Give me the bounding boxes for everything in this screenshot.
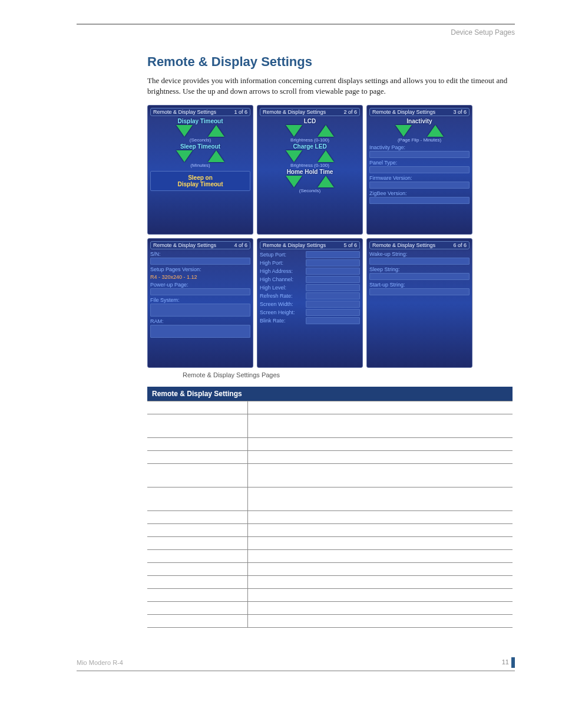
screen6-field-label: Start-up String: bbox=[369, 282, 470, 288]
table-cell-key bbox=[147, 487, 247, 511]
sleep-timeout-label: Sleep Timeout bbox=[150, 143, 250, 150]
file-system-label: File System: bbox=[150, 297, 250, 303]
arrow-down-icon[interactable] bbox=[286, 125, 302, 137]
screen5-field-label: Refresh Rate: bbox=[260, 293, 304, 299]
table-cell-key bbox=[147, 563, 247, 576]
screen5-field-value bbox=[306, 292, 360, 299]
table-cell-key bbox=[147, 589, 247, 602]
screen6-field-value bbox=[369, 288, 470, 295]
screen6-field-value bbox=[369, 258, 470, 265]
arrow-down-icon[interactable] bbox=[286, 176, 302, 187]
powerup-page-value bbox=[150, 288, 250, 295]
screen-page: 6 of 6 bbox=[453, 242, 467, 248]
sleep-on-display-timeout-button[interactable]: Sleep on Display Timeout bbox=[150, 171, 250, 191]
screen6-field-value bbox=[369, 273, 470, 280]
settings-table-header: Remote & Display Settings bbox=[147, 387, 513, 401]
screen5-field-value bbox=[306, 259, 360, 266]
firmware-version-value bbox=[369, 182, 470, 189]
screen6-field-label: Sleep String: bbox=[369, 266, 470, 272]
arrow-down-icon[interactable] bbox=[286, 150, 302, 162]
table-cell-value bbox=[247, 615, 513, 628]
arrow-up-icon[interactable] bbox=[318, 125, 334, 137]
screen5-field-value bbox=[306, 276, 360, 283]
table-cell-value bbox=[247, 414, 513, 438]
screen5-field-value bbox=[306, 301, 360, 308]
screen6-field-label: Wake-up String: bbox=[369, 251, 470, 257]
setup-pages-version-label: Setup Pages Version: bbox=[150, 266, 250, 272]
table-cell-value bbox=[247, 537, 513, 550]
arrow-up-icon[interactable] bbox=[427, 125, 444, 137]
table-cell-value bbox=[247, 589, 513, 602]
arrow-down-icon[interactable] bbox=[176, 125, 193, 137]
screen5-field-value bbox=[306, 284, 360, 291]
table-cell-key bbox=[147, 401, 247, 414]
table-row bbox=[147, 563, 513, 576]
panel-type-value bbox=[369, 166, 470, 173]
inactivity-page-label: Inactivity Page: bbox=[369, 144, 470, 150]
table-row bbox=[147, 524, 513, 537]
table-cell-value bbox=[247, 550, 513, 563]
screen-title: Remote & Display Settings bbox=[372, 109, 435, 115]
page-title: Remote & Display Settings bbox=[147, 54, 515, 70]
table-cell-key bbox=[147, 602, 247, 615]
screen5-field-value bbox=[306, 268, 360, 275]
table-cell-key bbox=[147, 438, 247, 451]
table-row bbox=[147, 602, 513, 615]
screen-page: 2 of 6 bbox=[343, 109, 357, 115]
screen-page: 3 of 6 bbox=[453, 109, 467, 115]
screenshot-grid: Remote & Display Settings1 of 6 Display … bbox=[147, 105, 515, 368]
screen-3: Remote & Display Settings3 of 6 Inactivi… bbox=[366, 105, 472, 235]
charge-led-label: Charge LED bbox=[260, 143, 360, 150]
table-cell-value bbox=[247, 524, 513, 537]
arrow-up-icon[interactable] bbox=[208, 125, 224, 137]
arrow-up-icon[interactable] bbox=[208, 150, 224, 162]
settings-table: Remote & Display Settings bbox=[147, 387, 513, 628]
sn-value bbox=[150, 258, 250, 265]
display-timeout-label: Display Timeout bbox=[150, 118, 250, 124]
arrow-up-icon[interactable] bbox=[318, 150, 334, 162]
table-row bbox=[147, 511, 513, 524]
table-cell-value bbox=[247, 576, 513, 589]
powerup-page-label: Power-up Page: bbox=[150, 282, 250, 288]
file-system-value bbox=[150, 304, 250, 317]
screen5-field-label: Screen Height: bbox=[260, 309, 304, 315]
firmware-version-label: Firmware Version: bbox=[369, 175, 470, 181]
screen5-field-label: Setup Port: bbox=[260, 252, 304, 258]
table-cell-value bbox=[247, 602, 513, 615]
zigbee-version-value bbox=[369, 197, 470, 204]
table-cell-key bbox=[147, 464, 247, 487]
footer-product: Mio Modero R-4 bbox=[77, 659, 123, 666]
screen-4: Remote & Display Settings4 of 6 S/N: Set… bbox=[147, 238, 253, 368]
zigbee-version-label: ZigBee Version: bbox=[369, 190, 470, 196]
arrow-down-icon[interactable] bbox=[395, 125, 412, 137]
home-hold-units: (Seconds) bbox=[260, 188, 360, 193]
figure-caption: Remote & Display Settings Pages bbox=[183, 371, 515, 378]
screen-5: Remote & Display Settings5 of 6 Setup Po… bbox=[257, 238, 363, 368]
screen5-field-label: High Port: bbox=[260, 260, 304, 266]
table-cell-key bbox=[147, 451, 247, 464]
inactivity-page-value bbox=[369, 151, 470, 158]
sleep-timeout-units: (Minutes) bbox=[150, 163, 250, 168]
ram-value bbox=[150, 325, 250, 338]
screen-page: 4 of 6 bbox=[234, 242, 247, 248]
arrow-down-icon[interactable] bbox=[176, 150, 193, 162]
screen-title: Remote & Display Settings bbox=[153, 242, 216, 248]
table-cell-key bbox=[147, 524, 247, 537]
screen5-field-value bbox=[306, 309, 360, 316]
charge-led-units: Brightness (0-100) bbox=[260, 163, 360, 168]
screen5-field-label: High Address: bbox=[260, 268, 304, 274]
screen-6: Remote & Display Settings6 of 6 Wake-up … bbox=[366, 238, 472, 368]
screen-1: Remote & Display Settings1 of 6 Display … bbox=[147, 105, 253, 235]
inactivity-units: (Page Flip - Minutes) bbox=[369, 137, 470, 143]
screen-title: Remote & Display Settings bbox=[153, 109, 216, 115]
screen-title: Remote & Display Settings bbox=[372, 242, 435, 248]
home-hold-label: Home Hold Time bbox=[260, 169, 360, 175]
table-row bbox=[147, 589, 513, 602]
screen-page: 1 of 6 bbox=[234, 109, 247, 115]
table-cell-key bbox=[147, 537, 247, 550]
sn-label: S/N: bbox=[150, 251, 250, 257]
table-cell-value bbox=[247, 401, 513, 414]
arrow-up-icon[interactable] bbox=[318, 176, 334, 187]
screen5-field-value bbox=[306, 251, 360, 258]
inactivity-label: Inactivity bbox=[369, 118, 470, 124]
